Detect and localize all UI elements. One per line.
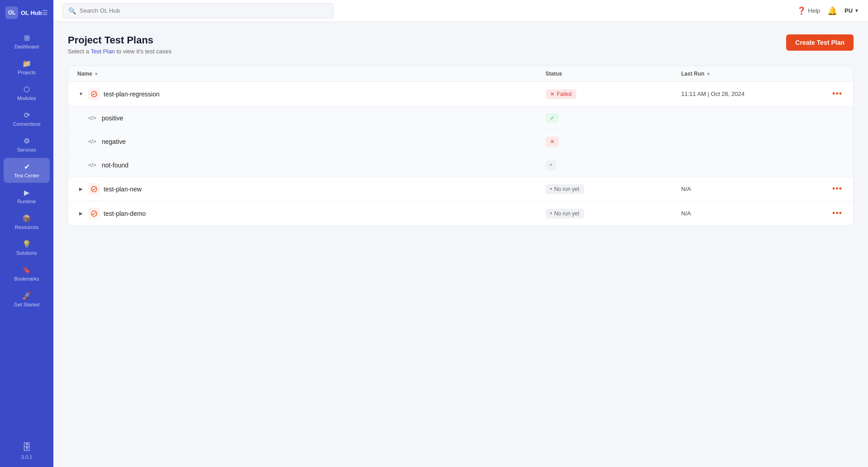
navbar: 🔍 ❓ Help 🔔 PU ▼ <box>53 0 868 22</box>
column-header-actions <box>817 71 844 77</box>
dot-icon: • <box>550 210 552 217</box>
status-cell: • <box>545 160 681 170</box>
column-header-name[interactable]: Name ▼ <box>77 71 545 77</box>
sidebar-item-projects[interactable]: 📁 Projects <box>4 55 50 80</box>
name-column-label: Name <box>77 71 92 77</box>
row-name-cell: </> negative <box>86 136 545 148</box>
x-icon: ✕ <box>550 138 555 145</box>
status-badge: ✕ Failed <box>545 89 576 99</box>
status-text: Failed <box>557 91 572 97</box>
table-row: ▶ test-plan-new • No run yet N/ <box>68 177 853 201</box>
table-header: Name ▼ Status Last Run ▼ <box>68 66 853 82</box>
sidebar-nav: ⊞ Dashboard 📁 Projects ⬡ Modules ⟳ Conne… <box>0 29 53 435</box>
status-badge: • No run yet <box>545 184 584 194</box>
create-test-plan-button[interactable]: Create Test Plan <box>786 34 854 51</box>
main-area: 🔍 ❓ Help 🔔 PU ▼ Project Test Plans Selec… <box>53 0 868 467</box>
more-actions-button[interactable]: ••• <box>830 87 844 100</box>
status-cell: ✕ Failed <box>545 89 681 99</box>
sidebar-item-label: Projects <box>18 70 36 75</box>
sidebar-item-label: Test Center <box>14 173 39 178</box>
test-plan-link[interactable]: Test Plan <box>90 48 114 55</box>
sidebar-item-solutions[interactable]: 💡 Solutions <box>4 235 50 260</box>
sidebar-collapse-button[interactable]: ☰ <box>42 9 48 16</box>
expand-button[interactable]: ▼ <box>77 91 85 98</box>
x-icon: ✕ <box>550 91 555 97</box>
check-icon: ✓ <box>550 115 555 121</box>
more-actions-button[interactable]: ••• <box>830 182 844 195</box>
row-name-text: positive <box>102 114 123 122</box>
sort-icon-name: ▼ <box>94 71 99 76</box>
sidebar-item-label: Resources <box>15 224 39 230</box>
sidebar-item-resources[interactable]: 📦 Resources <box>4 210 50 234</box>
bookmarks-icon: 🔖 <box>22 266 31 274</box>
page-header: Project Test Plans Select a Test Plan to… <box>68 34 854 55</box>
status-badge: • <box>545 160 556 170</box>
last-run-cell: 11:11 AM | Oct 28, 2024 <box>681 91 817 97</box>
last-run-cell: N/A <box>681 210 817 217</box>
sidebar-footer: 🗄 3.0.1 <box>21 435 32 460</box>
sidebar-item-label: Runtime <box>18 199 36 204</box>
sidebar-item-dashboard[interactable]: ⊞ Dashboard <box>4 29 50 54</box>
row-name-cell: ▶ test-plan-demo <box>77 208 545 219</box>
page-title: Project Test Plans <box>68 34 171 46</box>
row-name-text: test-plan-regression <box>104 91 160 98</box>
search-bar[interactable]: 🔍 <box>62 3 334 19</box>
expand-button[interactable]: ▶ <box>77 210 85 217</box>
row-name-text: not-found <box>102 162 128 169</box>
version-label: 3.0.1 <box>21 454 32 460</box>
column-header-last-run[interactable]: Last Run ▼ <box>681 71 817 77</box>
sidebar-item-runtime[interactable]: ▶ Runtime <box>4 184 50 209</box>
actions-cell: ••• <box>817 182 844 195</box>
sidebar-item-services[interactable]: ⚙ Services <box>4 132 50 157</box>
sidebar-item-bookmarks[interactable]: 🔖 Bookmarks <box>4 261 50 286</box>
db-icon: 🗄 <box>22 442 31 453</box>
sidebar-item-label: Connections <box>13 121 40 127</box>
test-plans-table: Name ▼ Status Last Run ▼ ▼ <box>68 66 854 226</box>
search-input[interactable] <box>80 7 328 14</box>
column-header-status: Status <box>545 71 681 77</box>
sidebar-item-label: Modules <box>17 95 36 101</box>
sort-icon-last-run: ▼ <box>706 71 711 76</box>
status-cell: • No run yet <box>545 184 681 194</box>
navbar-right: ❓ Help 🔔 PU ▼ <box>797 6 859 16</box>
actions-cell: ••• <box>817 207 844 220</box>
plan-icon <box>88 88 100 100</box>
help-button[interactable]: ❓ Help <box>797 6 820 15</box>
more-actions-button[interactable]: ••• <box>830 207 844 220</box>
code-icon: </> <box>86 136 98 148</box>
modules-icon: ⬡ <box>24 85 30 94</box>
logo-text: OL Hub <box>21 10 42 16</box>
status-column-label: Status <box>545 71 562 77</box>
dashboard-icon: ⊞ <box>24 33 30 42</box>
sidebar-header: OL OL Hub ☰ <box>0 0 53 25</box>
connections-icon: ⟳ <box>24 111 30 119</box>
sidebar-item-label: Dashboard <box>14 44 39 49</box>
user-initials: PU <box>844 7 853 14</box>
status-cell: ✕ <box>545 137 681 147</box>
solutions-icon: 💡 <box>22 240 31 248</box>
search-icon: 🔍 <box>68 7 76 14</box>
sidebar: OL OL Hub ☰ ⊞ Dashboard 📁 Projects ⬡ Mod… <box>0 0 53 467</box>
expand-button[interactable]: ▶ <box>77 186 85 193</box>
table-row: </> positive ✓ <box>68 106 853 130</box>
subtitle-text: Select a <box>68 48 89 55</box>
notifications-button[interactable]: 🔔 <box>827 6 837 16</box>
sidebar-item-modules[interactable]: ⬡ Modules <box>4 81 50 105</box>
row-name-cell: </> not-found <box>86 159 545 171</box>
page-subtitle: Select a Test Plan to view it's test cas… <box>68 48 171 55</box>
get-started-icon: 🚀 <box>22 291 31 300</box>
dot-icon: • <box>550 186 552 192</box>
dot-icon: • <box>550 162 552 168</box>
services-icon: ⚙ <box>24 137 30 145</box>
sidebar-item-label: Bookmarks <box>14 276 39 281</box>
user-menu-button[interactable]: PU ▼ <box>844 7 859 14</box>
status-text: No run yet <box>554 210 579 217</box>
runtime-icon: ▶ <box>24 188 29 197</box>
table-row: ▼ test-plan-regression ✕ Failed <box>68 82 853 106</box>
row-name-cell: ▼ test-plan-regression <box>77 88 545 100</box>
sidebar-item-test-center[interactable]: ✔ Test Center <box>4 158 50 183</box>
sidebar-item-connections[interactable]: ⟳ Connections <box>4 106 50 131</box>
plan-icon <box>88 208 100 219</box>
sidebar-item-get-started[interactable]: 🚀 Get Started <box>4 287 50 312</box>
test-center-icon: ✔ <box>24 162 30 171</box>
